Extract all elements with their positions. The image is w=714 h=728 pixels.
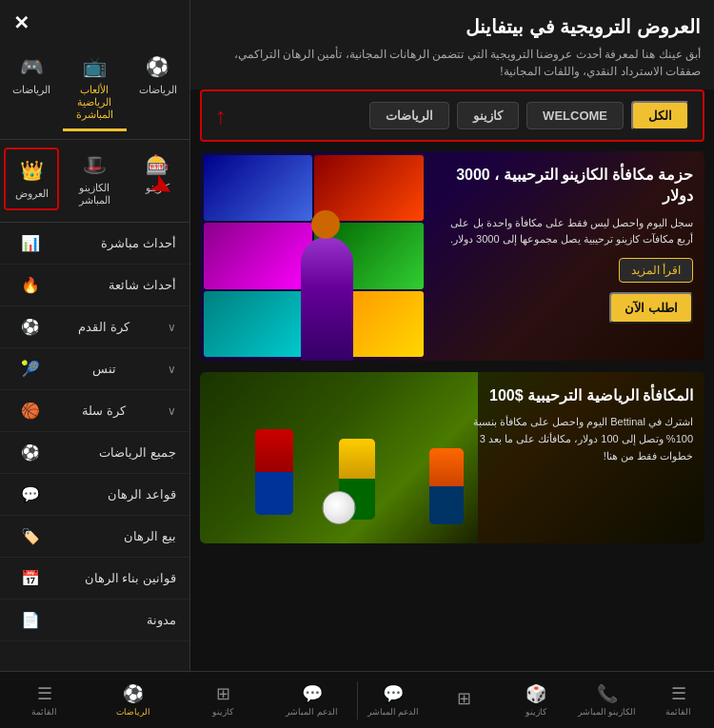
sidebar-item-live-sports[interactable]: 📺 الألعاب الرياضية المباشرة [63, 46, 126, 131]
menu-item-live-events[interactable]: أحداث مباشرة 📊 [0, 223, 189, 265]
card-image-sports: المكافأة الرياضية الترحيبية $100 اشترك ف… [200, 372, 704, 543]
main-content: العروض الترويجية في بيتفاينل أبق عينك هن… [190, 0, 714, 671]
menu-item-popular-events[interactable]: أحداث شائعة 🔥 [0, 265, 189, 306]
chevron-basketball-icon: ∨ [168, 404, 176, 418]
casino-read-more-button[interactable]: اقرأ المزيد [619, 258, 693, 283]
sidebar-item-casino[interactable]: ⚽ الرياضات [127, 46, 189, 131]
sports-card-title: المكافأة الرياضية الترحيبية $100 [464, 385, 693, 406]
close-button[interactable]: ✕ [0, 0, 189, 46]
sports-card-desc: اشترك في Bettinal اليوم واحصل على مكافأة… [464, 414, 693, 464]
menu-live-events-label: أحداث مباشرة [101, 236, 176, 250]
promo-header: العروض الترويجية في بيتفاينل أبق عينك هن… [190, 0, 714, 89]
menu-item-all-sports[interactable]: جميع الرياضات ⚽ [0, 432, 189, 474]
queue2-icon: ☰ [671, 683, 686, 704]
soccer-ball [322, 491, 355, 524]
bottom-nav-live-casino[interactable]: 📞 الكازينو المباشر [571, 679, 643, 720]
live-support-icon: 💬 [383, 683, 404, 704]
bottom-nav-queue2[interactable]: ☰ القائمة [643, 679, 714, 720]
sidebar-item-promotions[interactable]: 👑 العروض [4, 148, 59, 210]
bottom-nav-left: 💬 الدعم المباشر ⊞ 🎲 كازينو 📞 الكازينو ال… [358, 679, 715, 720]
menu-popular-label: أحداث شائعة [109, 278, 176, 292]
bottom-nav-queue[interactable]: ☰ القائمة [0, 679, 89, 720]
crown-icon: 👑 [16, 159, 47, 182]
bottom-queue2-label: القائمة [665, 707, 691, 717]
menu-item-basketball[interactable]: ∨ كرة سلة 🏀 [0, 390, 189, 432]
casino-apply-button[interactable]: اطلب الآن [609, 292, 693, 324]
document-icon: 📄 [21, 611, 40, 629]
filter-tabs-container: الكل WELCOME كازينو الرياضات ↑ [200, 89, 704, 142]
sports-ball-icon: ⚽ [123, 683, 144, 704]
bottom-casino2-label: كازينو [526, 707, 546, 717]
bottom-nav-casino2[interactable]: 🎲 كازينو [500, 679, 571, 720]
queue-icon: ☰ [37, 683, 52, 704]
bottom-nav-support[interactable]: 💬 الدعم المباشر [268, 679, 357, 720]
menu-bet-builder-label: قوانين بناء الرهان [85, 571, 176, 585]
promo-subtitle: أبق عينك هنا لمعرفة أحدث عروضنا الترويجي… [204, 46, 701, 80]
dealer-icon: 🎩 [79, 153, 109, 176]
sports-bg [200, 372, 478, 543]
sidebar-item-live-sports-label: الألعاب الرياضية المباشرة [68, 84, 121, 121]
game-tile-4 [204, 223, 312, 288]
casino-bottom-icon: 🎲 [526, 683, 546, 704]
red-arrow-tabs: ↑ [215, 103, 227, 129]
bottom-live-casino-label: الكازينو المباشر [578, 707, 637, 717]
bottom-live-support-label: الدعم المباشر [367, 707, 420, 717]
menu-bet-rules-label: قواعد الرهان [108, 487, 176, 502]
menu-item-tennis[interactable]: ∨ تنس 🎾 [0, 348, 189, 390]
gamepad-icon: 🎮 [16, 55, 47, 78]
card-image-casino: حزمة مكافأة الكازينو الترحيبية ، 3000 دو… [200, 151, 704, 361]
bottom-casino-label: كازينو [212, 707, 233, 717]
bottom-nav: ☰ القائمة ⚽ الرياضات ⊞ كازينو 💬 الدعم ال… [0, 671, 714, 728]
basketball-icon: 🏀 [21, 402, 40, 420]
chevron-football-icon: ∨ [168, 321, 176, 334]
chart-icon: 📊 [21, 234, 40, 252]
casino-card-content: حزمة مكافأة الكازينو الترحيبية ، 3000 دو… [427, 151, 705, 337]
casino-card-desc: سجل اليوم واحصل ليس فقط على مكافأة واحدة… [439, 215, 694, 248]
sidebar-item-sports-label: الرياضات [12, 84, 50, 96]
promo-title: العروض الترويجية في بيتفاينل [204, 15, 701, 38]
menu-item-football[interactable]: ∨ كرة القدم ⚽ [0, 306, 189, 348]
bottom-nav-sports[interactable]: ⚽ الرياضات [89, 679, 179, 720]
live-casino-icon: 📞 [597, 683, 618, 704]
sidebar-item-live-casino[interactable]: 🎩 الكازينو المباشر [63, 144, 126, 214]
sidebar-item-live-casino-label: الكازينو المباشر [68, 182, 121, 207]
bottom-queue-label: القائمة [31, 707, 57, 717]
bottom-nav-casino[interactable]: ⊞ كازينو [178, 679, 268, 720]
promo-card-casino: حزمة مكافأة الكازينو الترحيبية ، 3000 دو… [200, 151, 704, 361]
menu-tennis-label: تنس [92, 362, 116, 376]
sports-card-content: المكافأة الرياضية الترحيبية $100 اشترك ف… [452, 372, 704, 487]
casino-card-title: حزمة مكافأة الكازينو الترحيبية ، 3000 دو… [439, 165, 694, 207]
soccer-icon: ⚽ [143, 55, 173, 78]
sidebar-item-casino-label: الرياضات [139, 84, 177, 96]
tv-icon: 📺 [79, 55, 109, 78]
menu-all-sports-label: جميع الرياضات [99, 445, 176, 460]
sidebar-item-sports[interactable]: 🎮 الرياضات [0, 46, 63, 131]
game-tile-6 [204, 291, 312, 357]
game-tile-2 [204, 155, 312, 221]
menu-item-sell-bet[interactable]: بيع الرهان 🏷️ [0, 516, 189, 558]
tab-sports[interactable]: الرياضات [369, 102, 449, 129]
tab-welcome[interactable]: WELCOME [526, 102, 624, 129]
menu-item-bet-rules[interactable]: قواعد الرهان 💬 [0, 474, 189, 516]
menu-sell-bet-label: بيع الرهان [124, 529, 176, 543]
globe-icon: ⚽ [21, 443, 40, 462]
player-figure-1 [255, 429, 293, 515]
promo-card-sports: المكافأة الرياضية الترحيبية $100 اشترك ف… [200, 372, 704, 543]
tab-casino[interactable]: كازينو [457, 102, 519, 129]
sidebar-top-nav: 🎮 الرياضات 📺 الألعاب الرياضية المباشرة ⚽… [0, 46, 189, 140]
bottom-nav-live-support[interactable]: 💬 الدعم المباشر [358, 679, 429, 720]
football-icon: ⚽ [21, 318, 40, 336]
wizard-head [311, 210, 340, 239]
sidebar-item-promotions-label: العروض [15, 187, 49, 200]
bottom-nav-grid[interactable]: ⊞ [428, 679, 500, 720]
support-icon: 💬 [302, 683, 323, 704]
close-icon: ✕ [13, 12, 30, 33]
grid-icon: ⊞ [457, 688, 471, 709]
bottom-nav-right: ☰ القائمة ⚽ الرياضات ⊞ كازينو 💬 الدعم ال… [0, 679, 357, 720]
tag-icon: 🏷️ [21, 527, 40, 545]
tab-all[interactable]: الكل [631, 101, 689, 130]
menu-item-blog[interactable]: مدونة 📄 [0, 600, 189, 641]
tennis-icon: 🎾 [21, 360, 40, 378]
menu-item-bet-builder[interactable]: قوانين بناء الرهان 📅 [0, 558, 189, 600]
chat-icon: 💬 [21, 485, 40, 503]
